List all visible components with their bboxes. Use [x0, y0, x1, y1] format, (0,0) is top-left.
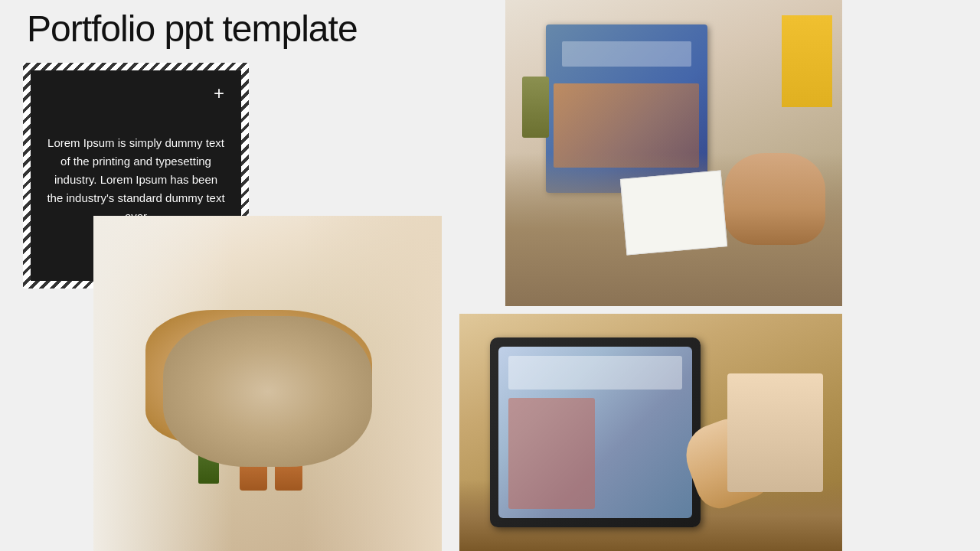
- person-hands: [724, 153, 825, 245]
- coffee-cup-1: [240, 451, 267, 491]
- handshake-scene-bg: [93, 216, 442, 551]
- page-container: Portfolio ppt template + Lorem Ipsum is …: [0, 0, 980, 551]
- photo-laptop: [505, 0, 842, 306]
- tablet-device: [490, 337, 701, 527]
- plus-icon[interactable]: +: [214, 84, 224, 103]
- notebook: [620, 170, 727, 255]
- pen-holder: [522, 77, 549, 138]
- photo-tablet: [459, 314, 842, 551]
- books: [782, 15, 832, 107]
- page-title: Portfolio ppt template: [27, 8, 358, 50]
- plant-cactus: [198, 434, 219, 484]
- person-left: [93, 216, 233, 551]
- laptop-scene-bg: [505, 0, 842, 306]
- photo-handshake: [93, 216, 442, 551]
- tablet-screen-display: [498, 347, 692, 517]
- hands-clasped: [145, 310, 372, 444]
- person-right: [302, 216, 442, 551]
- card-body-text: Lorem Ipsum is simply dummy text of the …: [46, 134, 226, 226]
- tablet-scene-bg: [459, 314, 842, 551]
- coffee-cup-2: [275, 451, 302, 491]
